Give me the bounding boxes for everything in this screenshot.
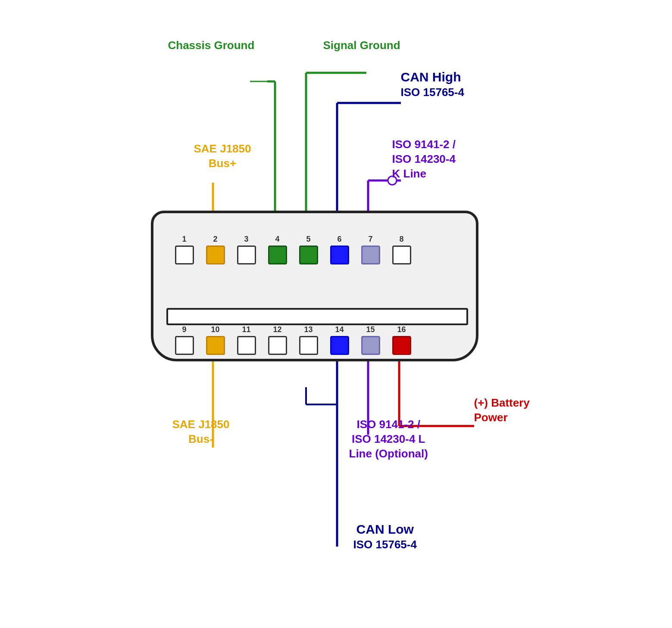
pin-11-box — [237, 336, 256, 355]
pin-7-box — [361, 246, 380, 264]
pin-2-box — [206, 246, 225, 264]
obd-diagram: 1 2 3 4 5 6 7 — [99, 17, 573, 611]
pin-12: 12 — [268, 325, 287, 355]
pin-6-box — [330, 246, 349, 264]
pin-14: 14 — [330, 325, 349, 355]
iso-l-line-label: ISO 9141-2 / ISO 14230-4 L Line (Optiona… — [349, 417, 428, 461]
pin-7: 7 — [361, 235, 380, 264]
pin-3-box — [237, 246, 256, 264]
signal-ground-label: Signal Ground — [323, 38, 400, 53]
pin-2: 2 — [206, 235, 225, 264]
iso-k-line-label: ISO 9141-2 / ISO 14230-4 K Line — [392, 137, 456, 181]
pin-10: 10 — [206, 325, 225, 355]
pin-16-box — [392, 336, 411, 355]
pin-9: 9 — [175, 325, 194, 355]
pin-8-box — [392, 246, 411, 264]
pin-6: 6 — [330, 235, 349, 264]
top-pin-row: 1 2 3 4 5 6 7 — [175, 235, 411, 264]
pin-11: 11 — [237, 325, 256, 355]
obd-connector: 1 2 3 4 5 6 7 — [151, 211, 478, 361]
pin-13: 13 — [299, 325, 318, 355]
battery-power-label: (+) Battery Power — [474, 396, 530, 425]
pin-4: 4 — [268, 235, 287, 264]
can-high-label: CAN High ISO 15765-4 — [401, 68, 464, 100]
pin-5-box — [299, 246, 318, 264]
pin-15: 15 — [361, 325, 380, 355]
pin-15-box — [361, 336, 380, 355]
pin-5: 5 — [299, 235, 318, 264]
pin-16: 16 — [392, 325, 411, 355]
pin-3: 3 — [237, 235, 256, 264]
bottom-pin-row: 9 10 11 12 13 14 — [175, 325, 411, 355]
sae-j1850-busplus-label: SAE J1850 Bus+ — [194, 142, 251, 171]
pin-13-box — [299, 336, 318, 355]
pin-1-box — [175, 246, 194, 264]
pin-1: 1 — [175, 235, 194, 264]
sae-j1850-busminus-label: SAE J1850 Bus- — [172, 417, 230, 447]
pin-9-box — [175, 336, 194, 355]
pin-10-box — [206, 336, 225, 355]
pin-14-box — [330, 336, 349, 355]
chassis-ground-label: Chassis Ground — [168, 38, 255, 53]
pin-12-box — [268, 336, 287, 355]
pin-8: 8 — [392, 235, 411, 264]
can-low-label: CAN Low ISO 15765-4 — [353, 521, 417, 552]
pin-4-box — [268, 246, 287, 264]
connector-center-bar — [166, 308, 468, 325]
